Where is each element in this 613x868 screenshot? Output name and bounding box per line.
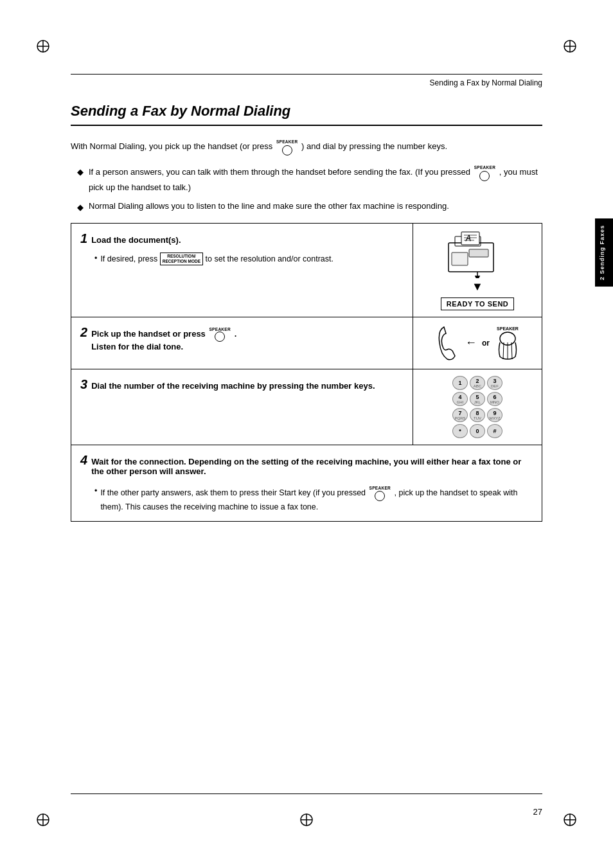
step-4-content: 4 Wait for the connection. Depending on … — [71, 445, 542, 522]
speaker-illus-label: SPEAKER — [497, 326, 519, 331]
bullet-item-2: ◆ Normal Dialing allows you to listen to… — [77, 200, 542, 214]
side-tab-text: 2 Sending Faxes — [599, 225, 605, 280]
arrow-down-icon: ▼ — [472, 281, 483, 292]
key-9: 9WXYZ — [487, 408, 502, 422]
key-8: 8TUV — [470, 408, 485, 422]
svg-line-26 — [503, 342, 504, 359]
speaker-circle-step4 — [375, 491, 385, 501]
speaker-button-step2: SPEAKER — [209, 327, 231, 342]
speaker-label-step4: SPEAKER — [369, 485, 391, 492]
key-1: 1 — [452, 376, 468, 390]
hand-button-svg — [495, 331, 520, 360]
speaker-button-bullet1: SPEAKER — [474, 164, 496, 181]
step-2-number: 2 — [80, 325, 87, 340]
step-1-right: A ▼ READY TO SEND — [413, 224, 542, 317]
corner-mark-tl — [35, 39, 51, 56]
intro-text-before: With Normal Dialing, you pick up the han… — [71, 141, 272, 151]
step-1-number: 1 — [80, 231, 87, 246]
key-6: 6MNO — [487, 392, 502, 406]
bullet-item-1: ◆ If a person answers, you can talk with… — [77, 164, 542, 193]
handset-speaker-illustration: ← or SPEAKER — [434, 324, 520, 362]
speaker-circle-bullet1 — [479, 171, 490, 181]
page-header: Sending a Fax by Normal Dialing — [71, 74, 542, 87]
bullet1-content: If a person answers, you can talk with t… — [89, 164, 542, 193]
step-1-row: 1 Load the document(s). • If desired, pr… — [71, 224, 542, 317]
step-3-right: 1 2ABC 3DEF 4GHI 5JKL 6MNO 7PQRS 8TUV 9W… — [413, 369, 542, 445]
key-0: 0 — [470, 424, 485, 438]
speaker-circle-intro — [282, 145, 292, 155]
arrow-left-icon: ← — [465, 336, 477, 350]
step-4-body: • If the other party answers, ask them t… — [94, 485, 533, 514]
speaker-circle-step2 — [215, 332, 225, 342]
corner-mark-tr — [562, 39, 578, 56]
step-1-title: Load the document(s). — [91, 235, 181, 245]
step-3-number: 3 — [80, 377, 87, 392]
step-1-sub: • If desired, press RESOLUTION/RECEPTION… — [94, 252, 404, 266]
fax-machine-illustration: A ▼ READY TO SEND — [441, 230, 515, 310]
diamond-icon-1: ◆ — [77, 166, 84, 179]
key-2: 2ABC — [470, 376, 485, 390]
step-2-row: 2 Pick up the handset or press SPEAKER .… — [71, 317, 542, 369]
corner-mark-br — [562, 812, 578, 829]
step-1-body: • If desired, press RESOLUTION/RECEPTION… — [94, 252, 404, 266]
step-4-bullet: • — [94, 485, 97, 497]
key-3: 3DEF — [487, 376, 502, 390]
diamond-icon-2: ◆ — [77, 201, 84, 214]
step-4-title: Wait for the connection. Depending on th… — [91, 457, 533, 476]
svg-text:A: A — [465, 234, 471, 243]
speaker-label-intro: SPEAKER — [276, 139, 298, 145]
step-4-row: 4 Wait for the connection. Depending on … — [71, 445, 542, 522]
step-3-left: 3 Dial the number of the receiving machi… — [71, 369, 413, 445]
resolution-badge: RESOLUTION/RECEPTION MODE — [160, 252, 203, 266]
speaker-button-illus: SPEAKER — [495, 326, 520, 360]
main-content: Sending a Fax by Normal Dialing With Nor… — [71, 93, 542, 804]
speaker-button-step4: SPEAKER — [369, 485, 391, 502]
step-1-left: 1 Load the document(s). • If desired, pr… — [71, 224, 413, 317]
page-number: 27 — [533, 807, 542, 817]
steps-box: 1 Load the document(s). • If desired, pr… — [71, 223, 542, 522]
step-2-title-row: 2 Pick up the handset or press SPEAKER .… — [80, 325, 404, 355]
speaker-button-intro: SPEAKER — [276, 139, 298, 155]
key-star: * — [452, 424, 468, 438]
header-text: Sending a Fax by Normal Dialing — [430, 78, 542, 87]
intro-text-after: ) and dial by pressing the number keys. — [301, 141, 447, 151]
step-1-bullet: • — [94, 252, 97, 265]
speaker-label-step2: SPEAKER — [209, 327, 231, 332]
bullet2-text: Normal Dialing allows you to listen to t… — [89, 200, 449, 213]
svg-line-28 — [511, 342, 512, 359]
step-1-title-row: 1 Load the document(s). — [80, 231, 404, 249]
corner-mark-bc — [299, 812, 314, 829]
step-2-right: ← or SPEAKER — [413, 317, 542, 369]
handset-svg — [434, 324, 460, 362]
step-4-sub-content: If the other party answers, ask them to … — [100, 485, 533, 514]
ready-to-send-display: READY TO SEND — [441, 297, 515, 310]
key-hash: # — [487, 424, 502, 438]
step-4-title-row: 4 Wait for the connection. Depending on … — [80, 453, 533, 480]
step-3-title: Dial the number of the receiving machine… — [91, 381, 375, 391]
step-2-title: Pick up the handset or press SPEAKER . L… — [91, 327, 236, 351]
svg-rect-23 — [469, 249, 488, 257]
side-tab: 2 Sending Faxes — [595, 218, 613, 287]
page-title: Sending a Fax by Normal Dialing — [71, 103, 542, 126]
page-footer-line — [71, 793, 542, 794]
numpad-illustration: 1 2ABC 3DEF 4GHI 5JKL 6MNO 7PQRS 8TUV 9W… — [452, 376, 502, 438]
key-5: 5JKL — [470, 392, 485, 406]
or-text: or — [482, 339, 490, 348]
corner-mark-bl — [35, 812, 51, 829]
step-4-sub: • If the other party answers, ask them t… — [94, 485, 533, 514]
step-2-left: 2 Pick up the handset or press SPEAKER .… — [71, 317, 413, 369]
bullet1-text-before: If a person answers, you can talk with t… — [89, 167, 470, 177]
speaker-label-bullet1: SPEAKER — [474, 164, 496, 171]
key-7: 7PQRS — [452, 408, 468, 422]
step-4-number: 4 — [80, 453, 87, 468]
step-3-title-row: 3 Dial the number of the receiving machi… — [80, 377, 404, 394]
svg-rect-22 — [452, 252, 468, 265]
step-3-row: 3 Dial the number of the receiving machi… — [71, 369, 542, 445]
intro-paragraph: With Normal Dialing, you pick up the han… — [71, 139, 542, 155]
key-4: 4GHI — [452, 392, 468, 406]
bullet-list: ◆ If a person answers, you can talk with… — [77, 164, 542, 214]
fax-machine-svg: A — [442, 230, 513, 278]
step-1-sub-text: If desired, press RESOLUTION/RECEPTION M… — [100, 252, 333, 266]
